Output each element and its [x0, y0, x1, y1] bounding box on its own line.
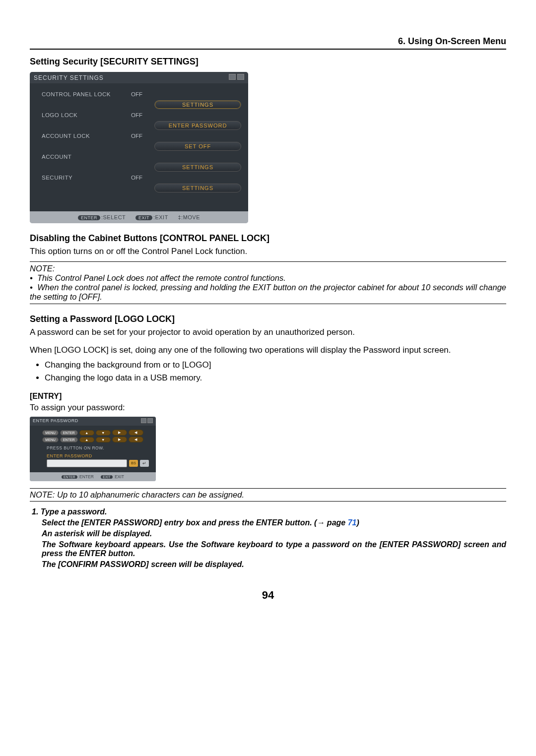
kbd-pill[interactable]: ENTER [60, 437, 78, 442]
header-rule: 6. Using On-Screen Menu [30, 35, 506, 50]
osd-button-security-settings[interactable]: SETTINGS [154, 184, 241, 192]
exit-label: :EXIT [114, 474, 124, 479]
logo-lock-bullets: Changing the background from or to [LOGO… [30, 360, 506, 383]
kbd-title-icons [140, 418, 153, 424]
kbd-body: MENU ENTER ▲ ▼ ▶ ◀ MENU ENTER ▲ ▼ ▶ ◀ PR… [30, 426, 156, 472]
osd-row-control-panel-lock: CONTROL PANEL LOCK OFF [42, 91, 241, 97]
kbd-top-pills: MENU ENTER ▲ ▼ ▶ ◀ [33, 430, 153, 436]
step-title: 1. Type a password. [32, 507, 506, 516]
enter-pill: ENTER [62, 475, 77, 479]
osd-button-account-settings[interactable]: SETTINGS [154, 163, 241, 172]
divider [30, 261, 506, 262]
note-block-1: NOTE: • This Control Panel Lock does not… [30, 261, 506, 304]
note-bullet: • When the control panel is locked, pres… [30, 283, 506, 302]
osd-security-panel: SECURITY SETTINGS CONTROL PANEL LOCK OFF… [30, 72, 248, 223]
kbd-pill-down-icon[interactable]: ▼ [96, 430, 111, 436]
page-ref-link[interactable]: 71 [348, 518, 357, 527]
kbd-pill-right-icon[interactable]: ▶ [112, 430, 127, 436]
step-text: An asterisk will be displayed. [42, 529, 506, 538]
divider [30, 304, 506, 304]
osd-label: LOGO LOCK [42, 112, 131, 118]
osd-button-settings[interactable]: SETTINGS [154, 100, 241, 109]
enter-button[interactable]: ↵ [140, 460, 149, 467]
kbd-pill-left-icon[interactable]: ◀ [129, 437, 143, 442]
osd-row-logo-lock: LOGO LOCK OFF [42, 112, 241, 118]
chapter-title: 6. Using On-Screen Menu [398, 36, 506, 47]
kbd-pill[interactable]: MENU [42, 430, 59, 436]
osd-value: OFF [131, 91, 156, 97]
exit-pill: EXIT [135, 215, 152, 220]
exit-pill: EXIT [101, 475, 113, 479]
list-item: Changing the background from or to [LOGO… [45, 360, 506, 370]
kbd-pill-right-icon[interactable]: ▶ [112, 437, 127, 442]
kbd-pill[interactable]: ENTER [60, 430, 78, 436]
kbd-enter-password-panel: ENTER PASSWORD MENU ENTER ▲ ▼ ▶ ◀ MENU E… [30, 417, 156, 481]
osd-label: SECURITY [42, 175, 131, 181]
kbd-pill-left-icon[interactable]: ◀ [129, 430, 143, 436]
note-bullet: • This Control Panel Lock does not affec… [30, 273, 506, 283]
osd-footer: ENTER:SELECT EXIT:EXIT ‡:MOVE [30, 211, 248, 223]
step-text: The Software keyboard appears. Use the S… [42, 540, 506, 558]
osd-title: SECURITY SETTINGS [34, 74, 104, 81]
kbd-pill-up-icon[interactable]: ▲ [79, 437, 94, 442]
step-text: Select the [ENTER PASSWORD] entry box an… [42, 518, 506, 527]
kbd-footer: ENTER:ENTER EXIT:EXIT [30, 472, 156, 481]
body-text: This option turns on or off the Control … [30, 247, 506, 256]
kbd-section-label: ENTER PASSWORD [47, 453, 153, 458]
exit-label: :EXIT [153, 214, 168, 220]
body-text: A password can be set for your projector… [30, 327, 506, 337]
osd-value: OFF [131, 112, 156, 118]
entry-label: [ENTRY] [30, 392, 506, 401]
section-title-control-panel-lock: Disabling the Cabinet Buttons [CONTROL P… [30, 233, 506, 244]
osd-titlebar: SECURITY SETTINGS [30, 72, 248, 83]
page-number: 94 [30, 589, 506, 602]
kbd-pill[interactable]: MENU [42, 437, 59, 442]
note-label: NOTE: [30, 264, 506, 273]
body-text: To assign your password: [30, 403, 506, 413]
move-label: ‡:MOVE [178, 214, 200, 220]
osd-label: CONTROL PANEL LOCK [42, 91, 131, 97]
osd-value: OFF [131, 175, 156, 181]
osd-button-set-off[interactable]: SET OFF [154, 142, 241, 151]
kbd-pill-up-icon[interactable]: ▲ [79, 430, 94, 436]
kbd-title: ENTER PASSWORD [33, 418, 78, 424]
kbd-pill-down-icon[interactable]: ▼ [96, 437, 111, 442]
note-char-limit: NOTE: Up to 10 alphanumeric characters c… [30, 488, 506, 502]
osd-label: ACCOUNT LOCK [42, 133, 131, 139]
kbd-message: PRESS BUTTON ON ROW. [47, 445, 153, 450]
password-input[interactable] [47, 459, 127, 467]
osd-label: ACCOUNT [42, 154, 131, 160]
list-item: Changing the logo data in a USB memory. [45, 373, 506, 383]
step-text: The [CONFIRM PASSWORD] screen will be di… [42, 560, 506, 569]
osd-body: CONTROL PANEL LOCK OFF SETTINGS LOGO LOC… [30, 83, 248, 211]
section-title-logo-lock: Setting a Password [LOGO LOCK] [30, 314, 506, 324]
kbd-bottom-pills: MENU ENTER ▲ ▼ ▶ ◀ [33, 437, 153, 442]
enter-label: :SELECT [101, 214, 126, 220]
enter-label: :ENTER [78, 474, 94, 479]
osd-button-enter-password[interactable]: ENTER PASSWORD [154, 121, 241, 130]
instruction-list: 1. Type a password. Select the [ENTER PA… [30, 507, 506, 569]
section-title-security: Setting Security [SECURITY SETTINGS] [30, 57, 506, 67]
enter-pill: ENTER [78, 215, 100, 220]
kbd-titlebar: ENTER PASSWORD [30, 417, 156, 426]
osd-row-account-lock: ACCOUNT LOCK OFF [42, 133, 241, 139]
osd-row-account: ACCOUNT [42, 154, 241, 160]
kbd-input-row: BS ↵ [47, 459, 149, 467]
osd-value: OFF [131, 133, 156, 139]
osd-title-icons [227, 74, 244, 81]
body-text: When [LOGO LOCK] is set, doing any one o… [30, 345, 506, 355]
backspace-button[interactable]: BS [129, 460, 138, 467]
osd-row-security: SECURITY OFF [42, 175, 241, 181]
